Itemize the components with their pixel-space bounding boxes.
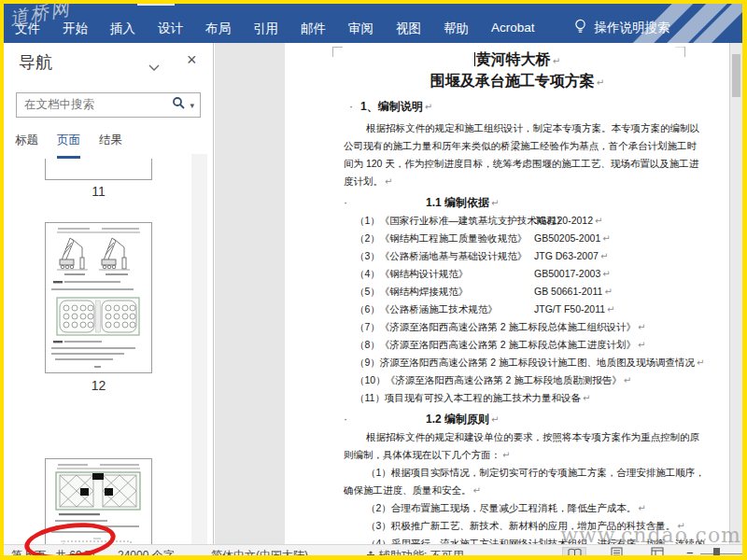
paragraph-mark: ↵ <box>491 198 499 208</box>
paragraph-mark: ↵ <box>385 176 392 187</box>
doc-body-line: （4）《钢结构设计规范》GB50017-2003↵ <box>344 265 691 283</box>
outline-bullet: · <box>344 193 347 212</box>
paragraph-mark: ↵ <box>697 357 704 368</box>
doc-body-line: （2）《钢结构工程施工质量验收规范》GB50205-2001↵ <box>344 230 691 247</box>
doc-body-line: （9）济源至洛阳西高速公路第 2 施工标段设计施工图、地质图及现场调查情况↵ <box>344 354 691 371</box>
doc-body-line: （7）《济源至洛阳西高速公路第 2 施工标段总体施工组织设计》↵ <box>344 318 691 336</box>
nav-tab-标题[interactable]: 标题 <box>15 133 38 159</box>
doc-body-line: 度计划。↵ <box>344 173 691 190</box>
ribbon-tab-插入[interactable]: 插入 <box>110 21 135 37</box>
document-canvas: 黄河特大桥↵围堰及承台施工专项方案↵·1、编制说明↵根据招标文件的规定和施工组织… <box>215 43 742 544</box>
document-page[interactable]: 黄河特大桥↵围堰及承台施工专项方案↵·1、编制说明↵根据招标文件的规定和施工组织… <box>285 43 730 544</box>
doc-body-line: 间为 120 天，作为控制进度目标，统筹考虑围堰的施工工艺、现场布置以及施工进 <box>344 155 691 173</box>
doc-body-line: 则编制，具体体现在以下几个方面：↵ <box>344 446 691 464</box>
nav-tab-结果[interactable]: 结果 <box>99 133 122 159</box>
zoom-slider-track[interactable] <box>700 553 746 554</box>
doc-body-line: （2）合理布置施工现场，尽量减少工程消耗，降低生产成本。↵ <box>344 499 691 517</box>
paragraph-mark: ↵ <box>425 102 432 112</box>
frame-border-top <box>0 0 747 4</box>
outline-bullet: · <box>344 410 347 428</box>
ribbon-tab-审阅[interactable]: 审阅 <box>348 21 374 37</box>
nav-tab-页面[interactable]: 页面 <box>57 133 80 159</box>
reference-code: JGJ120-2012↵ <box>534 212 602 230</box>
close-icon[interactable]: × <box>187 50 197 70</box>
paragraph-mark: ↵ <box>583 393 590 403</box>
doc-body-line: 根据招标文件的规定和建设单位的要求，按照将本专项方案作为重点控制的原 <box>344 428 691 446</box>
document-scrollbar-thumb[interactable] <box>732 54 740 97</box>
paragraph-mark: ↵ <box>502 450 510 460</box>
doc-heading: ·1、编制说明↵ <box>344 97 691 116</box>
doc-title-line: 围堰及承台施工专项方案↵ <box>344 70 691 91</box>
doc-body-line: （3）《公路桥涵地基与基础设计规范》JTG D63-2007↵ <box>344 247 691 265</box>
page-thumbnail-list: ·· 11 <box>4 159 190 544</box>
doc-body-line: （11）项目现有可投入本工程的施工技术力量和设备↵ <box>344 389 691 407</box>
doc-heading: ·1.2 编制原则↵ <box>344 410 691 428</box>
reference-code: GB 50661-2011↵ <box>534 283 613 301</box>
outline-bullet: · <box>349 97 353 116</box>
document-search-input[interactable]: 在文档中搜索 ▾ <box>16 92 201 118</box>
doc-heading: ·1.1 编制依据↵ <box>344 193 691 212</box>
paragraph-mark: ↵ <box>597 77 604 88</box>
page-thumbnail-label: 11 <box>45 184 152 199</box>
doc-body-line: （5）《钢结构焊接规范》GB 50661-2011↵ <box>344 283 691 301</box>
chevron-down-icon[interactable] <box>148 58 160 75</box>
paragraph-mark: ↵ <box>553 56 560 66</box>
paragraph-mark: ↵ <box>638 340 645 350</box>
search-icon[interactable] <box>172 96 190 114</box>
paragraph-mark: ↵ <box>624 375 631 385</box>
ribbon-tab-布局[interactable]: 布局 <box>205 21 231 37</box>
watermark-cndao: www.cndao.com <box>560 524 741 547</box>
document-scrollbar[interactable] <box>730 43 742 544</box>
navigation-tabs: 标题页面结果 <box>15 133 141 159</box>
reference-code: GB50205-2001↵ <box>534 230 611 247</box>
reference-code: JTG/T F50-2011↵ <box>534 301 614 318</box>
doc-body-line: （6）《公路桥涵施工技术规范》JTG/T F50-2011↵ <box>344 301 691 318</box>
text-cursor <box>474 52 475 66</box>
lightbulb-icon <box>574 19 586 37</box>
paragraph-mark: ↵ <box>638 322 645 332</box>
frame-border-right <box>742 0 747 560</box>
ribbon-tab-设计[interactable]: 设计 <box>158 21 183 37</box>
paragraph-mark: ↵ <box>473 485 481 496</box>
search-options-dropdown-icon[interactable]: ▾ <box>190 101 200 110</box>
document-text: 黄河特大桥↵围堰及承台施工专项方案↵·1、编制说明↵根据招标文件的规定和施工组织… <box>344 49 691 544</box>
doc-body-line: 根据招标文件的规定和施工组织设计，制定本专项方案。本专项方案的编制以 <box>344 119 691 137</box>
paragraph-mark: ↵ <box>491 414 499 425</box>
ribbon-tab-开始[interactable]: 开始 <box>63 21 88 37</box>
navigation-pane-title: 导航 <box>19 51 52 74</box>
ribbon-tab-Acrobat[interactable]: Acrobat <box>491 21 535 37</box>
doc-body-line: （1）根据项目实际情况，制定切实可行的专项施工方案，合理安排施工顺序， <box>344 464 691 482</box>
page12-preview-image <box>46 223 151 372</box>
page-thumbnail-12[interactable] <box>45 222 152 373</box>
navigation-pane: 导航 × 在文档中搜索 ▾ 标题页面结果 ·· 11 <box>4 43 214 544</box>
ribbon-tab-引用[interactable]: 引用 <box>253 21 278 37</box>
reference-code: GB50017-2003↵ <box>534 265 611 283</box>
page-thumbnail-11[interactable]: ·· <box>45 159 152 180</box>
ribbon-tab-bar: 文件开始插入设计布局引用邮件审阅视图帮助Acrobat 操作说明搜索 <box>4 4 742 43</box>
frame-border-left <box>0 0 4 560</box>
frame-border-bottom <box>0 555 747 560</box>
ribbon-tab-视图[interactable]: 视图 <box>396 21 421 37</box>
reference-code: JTG D63-2007↵ <box>534 247 608 265</box>
margin-crop-mark <box>332 47 343 57</box>
navigation-scrollbar[interactable] <box>191 154 207 544</box>
doc-body-line: 公司现有的施工力量和历年来类似的桥梁施工经验作为基点，首个承台计划施工时 <box>344 137 691 155</box>
search-placeholder: 在文档中搜索 <box>17 97 172 113</box>
doc-body-line: 确保施工进度、质量和安全。↵ <box>344 482 691 499</box>
doc-body-line: （10）《济源至洛阳西高速公路第 2 施工标段地质勘测报告》↵ <box>344 371 691 389</box>
doc-body-line: （8）《济源至洛阳西高速公路第 2 施工标段总体施工进度计划》↵ <box>344 336 691 354</box>
paragraph-mark: ↵ <box>638 503 645 513</box>
ribbon-tab-帮助[interactable]: 帮助 <box>444 21 469 37</box>
ribbon-tab-邮件[interactable]: 邮件 <box>301 21 326 37</box>
page-thumbnail-label: 12 <box>45 378 152 393</box>
doc-body-line: （1）《国家行业标准—建筑基坑支护技术规程》JGJ120-2012↵ <box>344 212 691 230</box>
ribbon-tabs: 文件开始插入设计布局引用邮件审阅视图帮助Acrobat <box>15 21 557 37</box>
